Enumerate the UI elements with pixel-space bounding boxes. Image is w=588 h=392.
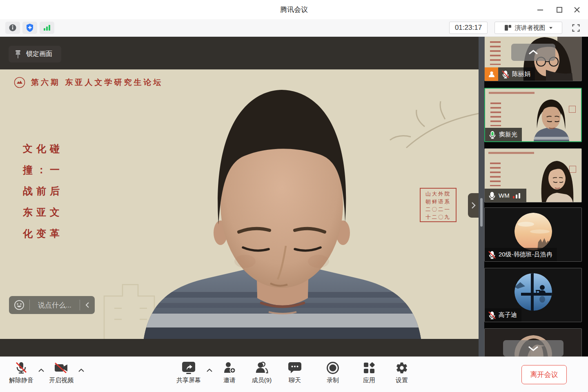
window-title: 腾讯会议 [0, 0, 588, 19]
layout-icon [504, 24, 512, 31]
record-icon [326, 361, 340, 375]
invite-icon [223, 361, 236, 374]
unmute-label: 解除静音 [9, 376, 33, 384]
participant-tile[interactable]: WM [484, 148, 582, 203]
participant-tile[interactable]: 陈丽娟 [484, 37, 582, 81]
leave-meeting-button[interactable]: 离开会议 [521, 365, 567, 384]
participant-name: 高子迪 [499, 311, 517, 319]
mic-active-icon [488, 130, 497, 139]
apps-button[interactable]: 应用 [363, 360, 375, 384]
forum-logo-icon [14, 77, 25, 88]
participant-name-row: 陈丽娟 [485, 67, 535, 81]
slide-seal-stamp: 山大外院 朝鲜语系 二〇二一 十二〇九 [420, 188, 457, 222]
chevron-up-icon [78, 369, 84, 372]
slide-header: 第六期 东亚人文学研究生论坛 [14, 77, 163, 88]
scroll-up-button[interactable] [511, 44, 555, 61]
view-mode-button[interactable]: 演讲者视图 [494, 22, 562, 34]
members-button[interactable]: 成员(9) [252, 360, 272, 384]
participant-avatar [514, 213, 552, 250]
apps-icon [363, 362, 375, 374]
camera-off-icon [54, 361, 69, 374]
meeting-info-button[interactable] [5, 22, 20, 34]
members-icon [255, 361, 269, 374]
start-video-label: 开启视频 [49, 376, 74, 384]
settings-label: 设置 [396, 376, 408, 384]
network-button[interactable] [40, 22, 54, 34]
collapse-chat-button[interactable] [80, 302, 95, 308]
fullscreen-icon [572, 24, 580, 32]
chevron-up-icon [38, 369, 44, 372]
host-badge [485, 67, 498, 81]
mic-muted-icon [501, 70, 510, 79]
participants-sidebar: 陈丽娟 窦新光 [479, 37, 588, 356]
chat-input-placeholder[interactable]: 说点什么... [30, 301, 80, 310]
person-icon [488, 70, 496, 78]
invite-label: 邀请 [223, 376, 236, 384]
record-label: 录制 [327, 376, 339, 384]
shield-icon [26, 23, 34, 32]
mic-on-icon [487, 191, 496, 200]
lock-view-button[interactable]: 锁定画面 [9, 46, 61, 62]
video-options-button[interactable] [78, 366, 84, 374]
record-button[interactable]: 录制 [326, 360, 340, 384]
chevron-down-icon [549, 27, 553, 29]
window-titlebar: 腾讯会议 [0, 0, 588, 20]
maximize-icon [556, 7, 563, 13]
participant-avatar [514, 273, 552, 311]
mic-muted-icon [487, 311, 496, 320]
hide-sidebar-button[interactable] [468, 193, 479, 218]
chevron-left-icon [85, 302, 89, 308]
quick-chat-bar[interactable]: 说点什么... [9, 296, 95, 314]
share-screen-icon [181, 361, 196, 375]
participant-tile[interactable] [484, 328, 582, 356]
settings-button[interactable]: 设置 [395, 360, 408, 384]
chevron-up-icon [207, 369, 212, 372]
slide-title: 第六期 东亚人文学研究生论坛 [31, 77, 163, 88]
chevron-right-icon [471, 202, 476, 209]
close-icon [574, 7, 580, 13]
security-button[interactable] [22, 22, 37, 34]
minimize-button[interactable] [532, 3, 548, 16]
participant-tile-active-speaker[interactable]: 窦新光 [484, 88, 582, 142]
main-video-stage[interactable]: 第六期 东亚人文学研究生论坛 文化碰 撞：一 战前后 东亚文 化变革 山大外院 … [0, 37, 479, 356]
participant-name: 20级-韩德班-吕浩冉 [499, 251, 552, 258]
chevron-down-icon [528, 346, 539, 351]
participant-tile[interactable]: 20级-韩德班-吕浩冉 [484, 207, 582, 262]
share-options-button[interactable] [207, 366, 212, 374]
participant-name: 陈丽娟 [512, 70, 530, 78]
chat-label: 聊天 [289, 376, 301, 384]
scroll-down-button[interactable] [503, 340, 564, 356]
chat-icon [288, 361, 302, 374]
emoji-button[interactable] [9, 300, 29, 310]
unmute-button[interactable]: 解除静音 [9, 360, 33, 384]
share-screen-button[interactable]: 共享屏幕 [176, 360, 201, 384]
fullscreen-button[interactable] [568, 22, 583, 34]
pin-icon [15, 50, 21, 59]
chevron-up-icon [528, 50, 538, 55]
meeting-toolbar: 01:23:17 演讲者视图 [0, 19, 588, 37]
invite-button[interactable]: 邀请 [223, 360, 236, 384]
slide-calligraphy: 文化碰 撞：一 战前后 东亚文 化变革 [23, 138, 63, 244]
sidebar-scrollbar-thumb[interactable] [480, 198, 483, 227]
members-label: 成员(9) [252, 376, 272, 384]
participant-name: WM [499, 192, 510, 199]
close-button[interactable] [569, 3, 585, 16]
maximize-button[interactable] [551, 3, 568, 16]
signal-bars-icon [43, 24, 51, 31]
apps-label: 应用 [363, 376, 375, 384]
view-mode-label: 演讲者视图 [515, 24, 546, 32]
minimize-icon [537, 7, 543, 13]
meeting-timer: 01:23:17 [449, 22, 488, 34]
chat-button[interactable]: 聊天 [288, 360, 302, 384]
audio-options-button[interactable] [38, 366, 44, 374]
smiley-icon [14, 300, 24, 310]
participant-tile[interactable]: 高子迪 [484, 268, 582, 322]
info-icon [9, 24, 17, 32]
mic-muted-icon [487, 250, 496, 259]
start-video-button[interactable]: 开启视频 [49, 360, 74, 384]
sidebar-scrollbar-track[interactable] [479, 37, 484, 356]
participant-name: 窦新光 [499, 131, 517, 138]
lock-view-label: 锁定画面 [26, 50, 52, 58]
control-bar: 解除静音 开启视频 共享屏幕 [0, 356, 588, 392]
mic-muted-icon [15, 361, 28, 374]
